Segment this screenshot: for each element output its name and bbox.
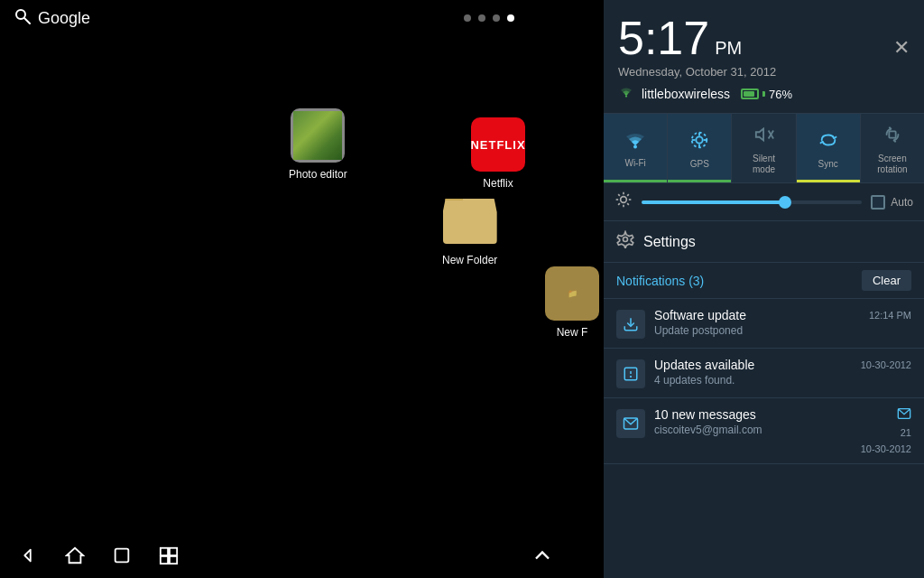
- search-icon: [14, 8, 31, 29]
- svg-marker-17: [755, 129, 762, 141]
- battery-bar: [741, 89, 759, 99]
- auto-brightness-check[interactable]: Auto: [871, 195, 913, 210]
- gps-icon: [689, 130, 709, 155]
- updates-available-content: Updates available 4 updates found.: [654, 358, 852, 387]
- messages-count: 21: [901, 427, 911, 438]
- photo-editor-label: Photo editor: [289, 168, 347, 181]
- brightness-fill: [642, 200, 785, 204]
- settings-row[interactable]: Settings: [604, 221, 924, 263]
- svg-rect-7: [161, 556, 168, 564]
- auto-label: Auto: [891, 196, 913, 209]
- svg-line-26: [618, 194, 620, 196]
- menu-button[interactable]: [159, 545, 179, 565]
- updates-available-right: 10-30-2012: [861, 358, 911, 370]
- dot-1: [464, 14, 471, 22]
- messages-icon: [616, 409, 645, 438]
- updates-available-icon: [616, 359, 645, 388]
- nav-center[interactable]: [530, 543, 555, 568]
- updates-available-sub: 4 updates found.: [654, 374, 852, 387]
- network-name: littleboxwireless: [642, 87, 730, 101]
- notifications-title: Notifications (3): [616, 274, 704, 288]
- notification-item-messages[interactable]: 10 new messages ciscoitev5@gmail.com 21 …: [604, 398, 924, 464]
- rotation-toggle-label: Screenrotation: [877, 154, 907, 175]
- software-update-sub: Update postponed: [654, 324, 860, 337]
- folder-icon: [443, 194, 497, 248]
- svg-rect-4: [116, 549, 129, 563]
- netflix-label: Netflix: [483, 177, 513, 190]
- battery-tip: [762, 91, 765, 97]
- silent-icon: [754, 125, 774, 150]
- brightness-icon: [614, 191, 633, 213]
- svg-rect-20: [889, 131, 895, 137]
- messages-content: 10 new messages ciscoitev5@gmail.com: [654, 407, 852, 436]
- software-update-right: 12:14 PM: [869, 308, 911, 321]
- nav-buttons-left: [18, 545, 179, 565]
- svg-point-30: [624, 238, 628, 242]
- updates-available-name: Updates available: [654, 358, 852, 372]
- toggle-wifi[interactable]: Wi-Fi: [604, 114, 668, 182]
- sync-active-bar: [797, 180, 860, 182]
- battery-indicator: 76%: [741, 88, 792, 101]
- svg-point-10: [633, 145, 637, 149]
- messages-right: 21 10-30-2012: [861, 407, 911, 454]
- app-new-folder[interactable]: New Folder: [442, 194, 497, 266]
- new-folder-partial-label: New F: [557, 326, 588, 339]
- back-button[interactable]: [18, 545, 38, 565]
- notification-list: Software update Update postponed 12:14 P…: [604, 299, 924, 578]
- wifi-active-bar: [604, 180, 667, 182]
- notification-panel: 5:17 PM ✕ Wednesday, October 31, 2012 li…: [604, 0, 924, 578]
- folder-partial-icon: 📁: [545, 266, 599, 321]
- date-display: Wednesday, October 31, 2012: [618, 65, 910, 79]
- dot-4-active: [507, 14, 514, 22]
- brightness-thumb: [779, 196, 791, 209]
- search-label: Google: [38, 9, 90, 28]
- wifi-status-icon: [618, 86, 634, 102]
- notification-item-software-update[interactable]: Software update Update postponed 12:14 P…: [604, 299, 924, 349]
- close-panel-button[interactable]: ✕: [893, 36, 910, 60]
- svg-point-9: [625, 95, 627, 97]
- svg-point-21: [621, 197, 627, 203]
- svg-marker-3: [67, 548, 83, 564]
- email-icon-right: [897, 407, 911, 424]
- app-netflix[interactable]: NETFLIX Netflix: [471, 117, 525, 190]
- brightness-row: Auto: [604, 183, 924, 221]
- software-update-time: 12:14 PM: [869, 310, 911, 321]
- dot-2: [478, 14, 485, 22]
- netflix-icon: NETFLIX: [471, 117, 525, 172]
- notification-item-updates-available[interactable]: Updates available 4 updates found. 10-30…: [604, 349, 924, 398]
- toggle-rotation[interactable]: Screenrotation: [861, 114, 924, 182]
- app-photo-editor[interactable]: Photo editor: [289, 108, 347, 181]
- settings-icon: [616, 230, 634, 253]
- recents-button[interactable]: [112, 545, 132, 565]
- settings-label: Settings: [643, 234, 696, 250]
- svg-line-1: [24, 18, 30, 23]
- svg-rect-6: [170, 548, 177, 555]
- netflix-logo-text: NETFLIX: [470, 138, 525, 152]
- panel-header: 5:17 PM ✕ Wednesday, October 31, 2012 li…: [604, 0, 924, 114]
- auto-checkbox[interactable]: [871, 195, 885, 210]
- silent-toggle-label: Silentmode: [753, 154, 775, 175]
- messages-time: 10-30-2012: [861, 443, 911, 454]
- brightness-slider[interactable]: [642, 200, 862, 204]
- quick-toggles: Wi-Fi GPS: [604, 114, 924, 183]
- time-display: 5:17 PM: [618, 14, 742, 61]
- toggle-silent[interactable]: Silentmode: [732, 114, 796, 182]
- toggle-gps[interactable]: GPS: [668, 114, 732, 182]
- time-clock: 5:17: [618, 14, 709, 61]
- time-row: 5:17 PM ✕: [618, 14, 910, 61]
- home-button[interactable]: [65, 545, 85, 565]
- search-area[interactable]: Google: [14, 8, 90, 29]
- clear-button[interactable]: Clear: [862, 270, 911, 291]
- svg-line-29: [618, 203, 620, 205]
- svg-marker-2: [24, 550, 30, 562]
- svg-rect-8: [170, 556, 177, 564]
- photo-editor-icon: [291, 108, 345, 163]
- rotation-icon: [882, 125, 902, 150]
- svg-line-28: [627, 194, 629, 196]
- software-update-icon: [616, 310, 645, 339]
- svg-point-11: [697, 136, 703, 143]
- dot-3: [493, 14, 500, 22]
- toggle-sync[interactable]: Sync: [797, 114, 861, 182]
- messages-sub: ciscoitev5@gmail.com: [654, 424, 852, 436]
- app-new-folder-partial[interactable]: 📁 New F: [545, 266, 599, 339]
